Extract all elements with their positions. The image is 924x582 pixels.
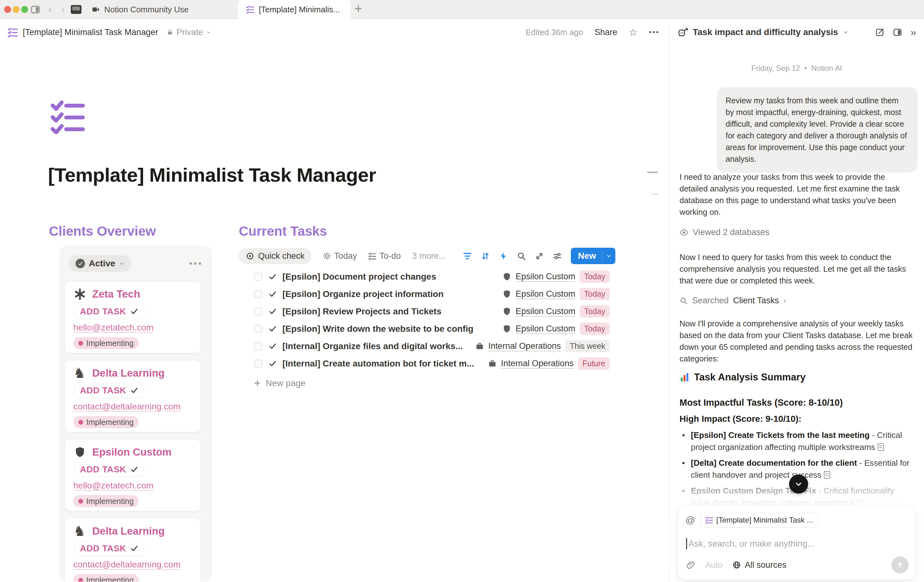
toggle-panel-icon[interactable] — [893, 28, 902, 37]
task-row[interactable]: [Internal] Organize files and digital wo… — [254, 337, 610, 355]
send-button[interactable] — [891, 556, 909, 574]
client-name[interactable]: Epsilon Custom — [92, 446, 172, 458]
searched-target[interactable]: Client Tasks — [733, 296, 779, 306]
back-icon[interactable]: ‹ — [48, 3, 51, 15]
new-tab-button[interactable]: + — [355, 1, 362, 17]
page-title[interactable]: [Template] Minimalist Task Manager — [48, 164, 376, 186]
close-window-button[interactable] — [4, 6, 11, 13]
client-link[interactable]: Internal Operations — [501, 359, 574, 369]
status-badge[interactable]: Implementing — [73, 416, 139, 428]
add-task-button[interactable]: ADD TASK — [74, 541, 144, 556]
checkbox[interactable] — [254, 325, 262, 333]
compose-icon[interactable] — [875, 28, 884, 37]
forward-icon[interactable]: › — [61, 3, 65, 15]
task-row[interactable]: [Internal] Create automation bot for tic… — [254, 355, 610, 372]
filter-icon[interactable] — [463, 251, 472, 261]
client-name[interactable]: Delta Learning — [92, 525, 165, 537]
client-email-link[interactable]: hello@zetatech.com — [73, 322, 192, 333]
breadcrumb-title[interactable]: [Template] Minimalist Task Manager — [23, 28, 158, 37]
more-views-button[interactable]: 3 more... — [412, 251, 446, 261]
due-badge[interactable]: Today — [580, 305, 610, 317]
share-button[interactable]: Share — [594, 28, 617, 37]
screenshot-thumbnail[interactable] — [71, 5, 81, 14]
ai-chat-input[interactable]: @ [Template] Minimalist Task ... Ask, se… — [678, 506, 916, 580]
due-badge[interactable]: Today — [580, 288, 610, 300]
chat-input-placeholder[interactable]: Ask, search, or make anything... — [688, 539, 815, 549]
favorite-star-icon[interactable]: ☆ — [629, 26, 637, 38]
view-tab-today[interactable]: Today — [323, 251, 357, 261]
new-page-button[interactable]: + New page — [254, 377, 305, 390]
notion-page-icon[interactable] — [824, 471, 830, 479]
task-row[interactable]: [Epsilon] Review Projects and Tickets Ep… — [254, 303, 610, 320]
checkbox[interactable] — [254, 360, 262, 368]
task-title[interactable]: [Epsilon] Document project changes — [282, 272, 496, 282]
notion-page-icon[interactable] — [878, 443, 884, 451]
collapse-dash-icon[interactable] — [647, 172, 658, 173]
new-task-button[interactable]: New — [571, 248, 615, 264]
due-badge[interactable]: Today — [580, 271, 610, 283]
status-badge[interactable]: Implementing — [73, 337, 139, 349]
ai-thread-title[interactable]: Task impact and difficulty analysis — [693, 27, 838, 37]
search-icon[interactable] — [517, 251, 526, 261]
due-badge[interactable]: Future — [578, 357, 610, 370]
scroll-to-bottom-button[interactable] — [789, 475, 808, 494]
sort-icon[interactable] — [481, 251, 490, 261]
page-icon-checklist[interactable] — [50, 99, 85, 134]
due-badge[interactable]: Today — [580, 322, 610, 335]
client-link[interactable]: Epsilon Custom — [516, 306, 575, 316]
client-card[interactable]: Epsilon Custom ADD TASK hello@zetatech.c… — [65, 439, 201, 511]
task-title[interactable]: [Epsilon] Review Projects and Tickets — [282, 306, 496, 317]
task-row[interactable]: [Epsilon] Document project changes Epsil… — [254, 268, 610, 285]
client-card[interactable]: Zeta Tech ADD TASK hello@zetatech.com Im… — [65, 281, 201, 353]
settings-sliders-icon[interactable] — [553, 251, 562, 261]
searched-row[interactable]: Searched Client Tasks › — [680, 296, 786, 306]
client-link[interactable]: Internal Operations — [488, 341, 561, 351]
client-card[interactable]: ♞ Delta Learning ADD TASK contact@deltal… — [65, 518, 201, 582]
checkbox[interactable] — [254, 342, 262, 351]
auto-mode-label[interactable]: Auto — [705, 560, 723, 570]
minimize-window-button[interactable] — [13, 6, 20, 13]
privacy-control[interactable]: Private — [167, 28, 211, 37]
client-name[interactable]: Zeta Tech — [92, 288, 140, 300]
context-page-chip[interactable]: [Template] Minimalist Task ... — [701, 513, 818, 527]
client-card[interactable]: ♞ Delta Learning ADD TASK contact@deltal… — [65, 360, 201, 432]
add-task-button[interactable]: ADD TASK — [74, 304, 144, 319]
viewed-databases-row[interactable]: Viewed 2 databases — [680, 228, 769, 237]
add-task-button[interactable]: ADD TASK — [74, 462, 144, 477]
more-options-icon[interactable]: ••• — [649, 28, 660, 36]
view-tab-todo[interactable]: To-do — [368, 251, 401, 261]
due-badge[interactable]: This week — [565, 340, 610, 352]
client-link[interactable]: Epsilon Custom — [516, 272, 575, 281]
client-email-link[interactable]: contact@deltalearning.com — [73, 402, 192, 412]
active-group-chip[interactable]: Active — [69, 255, 131, 272]
task-row[interactable]: [Epsilon] Organize project information E… — [254, 285, 610, 303]
expand-icon[interactable] — [535, 251, 544, 261]
client-name[interactable]: Delta Learning — [92, 367, 165, 379]
zoom-window-button[interactable] — [21, 6, 28, 13]
tab-template-minimalist[interactable]: [Template] Minimalis... — [238, 0, 351, 19]
chevron-down-icon[interactable] — [602, 253, 615, 259]
task-title[interactable]: [Epsilon] Write down the website to be c… — [282, 324, 496, 334]
client-email-link[interactable]: hello@zetatech.com — [73, 481, 192, 491]
client-link[interactable]: Epsilon Custom — [516, 324, 575, 334]
attachment-paperclip-icon[interactable] — [686, 560, 696, 570]
collapse-panel-icon[interactable]: » — [911, 26, 916, 38]
tab-notion-community[interactable]: Notion Community Use — [86, 0, 234, 19]
group-more-options-icon[interactable]: ••• — [189, 258, 203, 269]
all-sources-selector[interactable]: All sources — [732, 560, 787, 570]
task-title[interactable]: [Epsilon] Organize project information — [282, 289, 496, 299]
task-title[interactable]: [Internal] Organize files and digital wo… — [282, 341, 469, 351]
toggle-sidebar-icon[interactable] — [30, 5, 40, 15]
status-badge[interactable]: Implementing — [73, 495, 139, 507]
lightning-icon[interactable] — [499, 251, 508, 261]
status-badge[interactable]: Implementing — [73, 574, 139, 582]
mention-at-icon[interactable]: @ — [685, 515, 695, 526]
chevron-down-icon[interactable] — [843, 29, 849, 35]
checkbox[interactable] — [254, 273, 262, 281]
client-link[interactable]: Epsilon Custom — [516, 289, 575, 299]
checkbox[interactable] — [254, 308, 262, 316]
view-tab-quick-check[interactable]: Quick check — [239, 248, 312, 264]
task-row[interactable]: [Epsilon] Write down the website to be c… — [254, 320, 610, 337]
checkbox[interactable] — [254, 290, 262, 298]
client-email-link[interactable]: contact@deltalearning.com — [73, 560, 192, 570]
